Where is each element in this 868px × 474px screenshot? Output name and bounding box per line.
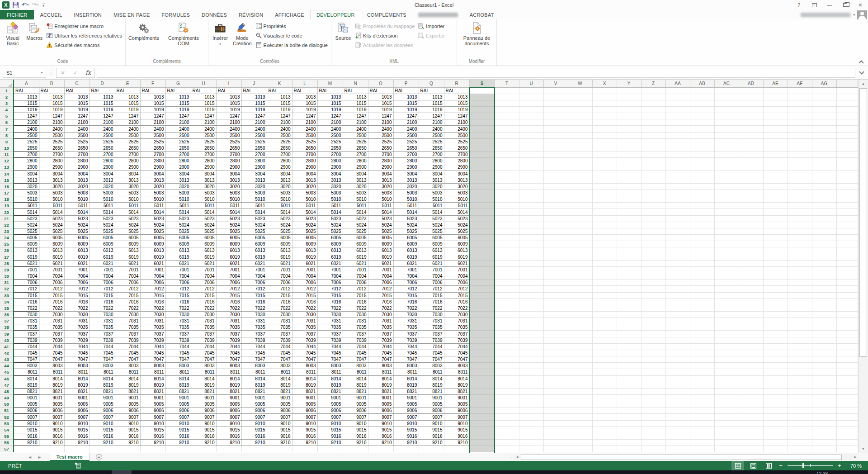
cell-C50[interactable]: 9005	[64, 401, 90, 408]
cell-partial-1[interactable]	[836, 87, 858, 94]
cell-W28[interactable]	[568, 260, 592, 266]
cell-I57[interactable]	[216, 446, 241, 452]
cell-K52[interactable]: 9007	[267, 414, 292, 420]
cell-R25[interactable]: 6009	[444, 241, 469, 247]
cell-T9[interactable]	[495, 138, 519, 145]
cell-P22[interactable]: 5024	[393, 222, 419, 228]
cell-Y42[interactable]	[617, 350, 641, 356]
cell-partial-14[interactable]	[836, 171, 858, 177]
cell-X55[interactable]	[592, 433, 617, 439]
cell-I52[interactable]: 9007	[216, 414, 241, 420]
cell-AB24[interactable]	[690, 235, 714, 241]
cell-U22[interactable]	[519, 222, 543, 228]
cell-P15[interactable]: 3013	[393, 177, 419, 183]
cell-J33[interactable]: 7015	[241, 292, 267, 299]
cell-M35[interactable]: 7022	[317, 305, 343, 311]
cell-S21[interactable]	[469, 215, 495, 222]
cell-E56[interactable]: 9210	[115, 440, 140, 446]
cell-U57[interactable]	[519, 446, 543, 452]
cell-V21[interactable]	[543, 215, 568, 222]
cell-B47[interactable]: 8019	[39, 382, 64, 388]
cell-E40[interactable]: 7039	[115, 337, 140, 343]
cell-W29[interactable]	[568, 266, 592, 273]
cell-AB54[interactable]	[690, 427, 714, 433]
cell-D19[interactable]: 5011	[90, 203, 115, 209]
cell-AC5[interactable]	[714, 113, 739, 119]
cell-S35[interactable]	[469, 305, 495, 311]
cell-U36[interactable]	[519, 311, 543, 318]
cell-Y21[interactable]	[617, 215, 641, 222]
cell-B1[interactable]: RAL	[39, 87, 64, 94]
cell-K40[interactable]: 7039	[267, 337, 292, 343]
cell-U9[interactable]	[519, 138, 543, 145]
cell-C5[interactable]: 1247	[64, 113, 90, 119]
cell-Q54[interactable]: 9015	[419, 427, 444, 433]
cell-A53[interactable]: 9010	[14, 420, 39, 427]
cell-X34[interactable]	[592, 299, 617, 305]
tab-affichage[interactable]: AFFICHAGE	[269, 10, 310, 19]
cell-AC24[interactable]	[714, 235, 739, 241]
cell-L25[interactable]: 6009	[292, 241, 317, 247]
cell-AE34[interactable]	[763, 299, 788, 305]
cell-G30[interactable]: 7004	[165, 273, 191, 280]
cell-AD26[interactable]	[739, 247, 763, 254]
cell-AG10[interactable]	[812, 145, 836, 151]
cell-T27[interactable]	[495, 254, 519, 260]
cell-H20[interactable]: 5014	[191, 209, 216, 215]
cell-Y5[interactable]	[617, 113, 641, 119]
cell-B8[interactable]: 2500	[39, 132, 64, 138]
cell-A46[interactable]: 8014	[14, 375, 39, 382]
cell-B17[interactable]: 5003	[39, 190, 64, 196]
cell-E5[interactable]: 1247	[115, 113, 140, 119]
cell-W3[interactable]	[568, 100, 592, 106]
cell-S48[interactable]	[469, 388, 495, 394]
cell-Z56[interactable]	[641, 440, 665, 446]
cell-V56[interactable]	[543, 440, 568, 446]
cell-J10[interactable]: 2650	[241, 145, 267, 151]
cell-I42[interactable]: 7045	[216, 350, 241, 356]
cell-AD44[interactable]	[739, 363, 763, 369]
cell-F53[interactable]: 9010	[140, 420, 165, 427]
cell-K43[interactable]: 7047	[267, 356, 292, 363]
cell-AF31[interactable]	[788, 280, 812, 286]
cell-B2[interactable]: 1013	[39, 94, 64, 100]
cell-AD29[interactable]	[739, 266, 763, 273]
cell-M18[interactable]: 5010	[317, 196, 343, 203]
cell-H4[interactable]: 1019	[191, 106, 216, 113]
cell-O42[interactable]: 7045	[368, 350, 393, 356]
cell-J6[interactable]: 2100	[241, 119, 267, 126]
cell-AG29[interactable]	[812, 266, 836, 273]
cell-I16[interactable]: 3020	[216, 183, 241, 190]
cell-S29[interactable]	[469, 266, 495, 273]
cell-AG18[interactable]	[812, 196, 836, 203]
cell-F14[interactable]: 3004	[140, 171, 165, 177]
cell-O30[interactable]: 7004	[368, 273, 393, 280]
cell-R17[interactable]: 5003	[444, 190, 469, 196]
cell-P32[interactable]: 7012	[393, 286, 419, 292]
zoom-level-label[interactable]: 70 %	[845, 463, 862, 469]
cell-I39[interactable]: 7037	[216, 331, 241, 337]
cell-Q22[interactable]: 5024	[419, 222, 444, 228]
cell-T44[interactable]	[495, 363, 519, 369]
cell-Y9[interactable]	[617, 138, 641, 145]
cell-Q53[interactable]: 9010	[419, 420, 444, 427]
cell-Y25[interactable]	[617, 241, 641, 247]
cell-O1[interactable]: RAL	[368, 87, 393, 94]
cell-V38[interactable]	[543, 324, 568, 331]
cell-partial-54[interactable]	[836, 427, 858, 433]
cell-U3[interactable]	[519, 100, 543, 106]
cell-K48[interactable]: 8821	[267, 388, 292, 394]
cell-Y41[interactable]	[617, 343, 641, 350]
cell-W18[interactable]	[568, 196, 592, 203]
cell-Z23[interactable]	[641, 228, 665, 234]
cell-O38[interactable]: 7035	[368, 324, 393, 331]
cell-C17[interactable]: 5003	[64, 190, 90, 196]
cell-I15[interactable]: 3013	[216, 177, 241, 183]
cell-AD20[interactable]	[739, 209, 763, 215]
cell-K37[interactable]: 7031	[267, 318, 292, 324]
cell-AB29[interactable]	[690, 266, 714, 273]
cell-L43[interactable]: 7047	[292, 356, 317, 363]
cell-AD15[interactable]	[739, 177, 763, 183]
cell-AD55[interactable]	[739, 433, 763, 439]
cell-U41[interactable]	[519, 343, 543, 350]
